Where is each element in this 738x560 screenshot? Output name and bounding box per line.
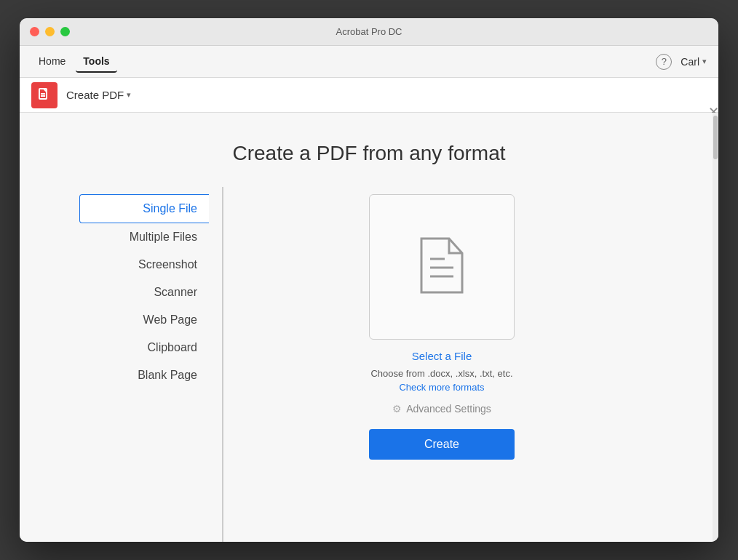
tool-title-label[interactable]: Create PDF ▾ <box>66 89 131 101</box>
help-icon[interactable]: ? <box>656 54 672 70</box>
sidebar-item-multiple-files[interactable]: Multiple Files <box>78 223 207 251</box>
check-more-formats-link[interactable]: Check more formats <box>399 382 484 393</box>
content-area: Single File Multiple Files Screenshot Sc… <box>20 187 718 542</box>
tool-title-arrow: ▾ <box>127 90 131 100</box>
sidebar-item-clipboard[interactable]: Clipboard <box>78 334 207 361</box>
tool-header: Create PDF ▾ ✕ <box>20 78 718 113</box>
file-drop-area[interactable] <box>369 194 515 340</box>
select-file-link[interactable]: Select a File <box>412 350 472 362</box>
minimize-window-button[interactable] <box>45 27 55 36</box>
maximize-window-button[interactable] <box>60 27 70 36</box>
user-menu[interactable]: Carl <box>681 56 707 68</box>
right-panel: Select a File Choose from .docx, .xlsx, … <box>223 187 660 542</box>
scrollbar-thumb[interactable] <box>713 116 718 159</box>
nav-tools[interactable]: Tools <box>76 51 116 73</box>
create-button[interactable]: Create <box>369 429 515 460</box>
sidebar-item-scanner[interactable]: Scanner <box>78 279 207 306</box>
sidebar-item-screenshot[interactable]: Screenshot <box>78 251 207 279</box>
page-heading: Create a PDF from any format <box>20 113 718 187</box>
window-title: Acrobat Pro DC <box>336 26 402 37</box>
main-nav: Home Tools <box>31 51 117 73</box>
menu-right: ? Carl <box>656 54 707 70</box>
title-bar: Acrobat Pro DC <box>20 18 718 46</box>
close-window-button[interactable] <box>30 27 39 36</box>
window-controls <box>30 27 70 36</box>
gear-icon: ⚙ <box>392 403 402 415</box>
sidebar-item-single-file[interactable]: Single File <box>79 194 209 223</box>
advanced-settings-label: Advanced Settings <box>406 403 491 415</box>
app-window: Acrobat Pro DC Home Tools ? Carl Create … <box>20 18 718 542</box>
main-content: Create a PDF from any format Single File… <box>20 113 718 542</box>
left-sidebar: Single File Multiple Files Screenshot Sc… <box>78 187 223 542</box>
nav-home[interactable]: Home <box>31 51 73 73</box>
sidebar-item-web-page[interactable]: Web Page <box>78 306 207 334</box>
menu-bar: Home Tools ? Carl <box>20 46 718 78</box>
advanced-settings-button[interactable]: ⚙ Advanced Settings <box>392 403 491 415</box>
sidebar-item-blank-page[interactable]: Blank Page <box>78 361 207 389</box>
formats-description: Choose from .docx, .xlsx, .txt, etc. <box>370 368 512 379</box>
scrollbar-track[interactable] <box>713 113 718 542</box>
file-icon <box>413 233 471 301</box>
tool-icon <box>31 82 57 108</box>
